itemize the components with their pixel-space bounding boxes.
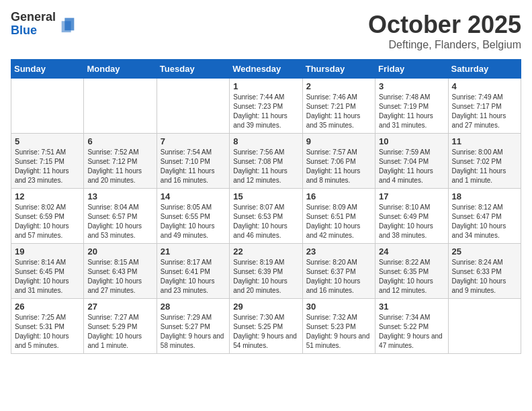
calendar-cell: 12Sunrise: 8:02 AM Sunset: 6:59 PM Dayli… bbox=[11, 189, 84, 244]
calendar-cell: 15Sunrise: 8:07 AM Sunset: 6:53 PM Dayli… bbox=[230, 189, 302, 244]
calendar-cell: 24Sunrise: 8:22 AM Sunset: 6:35 PM Dayli… bbox=[375, 244, 448, 299]
day-number: 8 bbox=[233, 136, 298, 146]
day-info: Sunrise: 7:34 AM Sunset: 5:22 PM Dayligh… bbox=[379, 313, 444, 351]
calendar-cell: 31Sunrise: 7:34 AM Sunset: 5:22 PM Dayli… bbox=[375, 299, 448, 354]
logo-icon bbox=[58, 15, 77, 34]
calendar-week-row: 1Sunrise: 7:44 AM Sunset: 7:23 PM Daylig… bbox=[11, 79, 521, 134]
day-number: 29 bbox=[233, 302, 298, 312]
day-number: 30 bbox=[306, 302, 371, 312]
day-info: Sunrise: 7:49 AM Sunset: 7:17 PM Dayligh… bbox=[452, 93, 517, 130]
location-title: Deftinge, Flanders, Belgium bbox=[368, 39, 521, 51]
day-header-tuesday: Tuesday bbox=[157, 60, 229, 79]
day-info: Sunrise: 7:57 AM Sunset: 7:06 PM Dayligh… bbox=[306, 148, 371, 185]
day-info: Sunrise: 7:48 AM Sunset: 7:19 PM Dayligh… bbox=[379, 93, 444, 130]
day-number: 25 bbox=[452, 246, 517, 257]
logo-text: General Blue bbox=[11, 11, 56, 38]
calendar-cell: 19Sunrise: 8:14 AM Sunset: 6:45 PM Dayli… bbox=[11, 244, 84, 299]
logo-blue: Blue bbox=[11, 24, 56, 38]
page-header: General Blue October 2025 Deftinge, Flan… bbox=[11, 11, 521, 51]
calendar-cell: 6Sunrise: 7:52 AM Sunset: 7:12 PM Daylig… bbox=[84, 134, 157, 189]
day-number: 1 bbox=[233, 81, 298, 91]
day-info: Sunrise: 8:04 AM Sunset: 6:57 PM Dayligh… bbox=[87, 203, 152, 240]
day-info: Sunrise: 7:54 AM Sunset: 7:10 PM Dayligh… bbox=[161, 148, 226, 185]
title-area: October 2025 Deftinge, Flanders, Belgium bbox=[368, 11, 521, 51]
calendar-week-row: 5Sunrise: 7:51 AM Sunset: 7:15 PM Daylig… bbox=[11, 134, 521, 189]
calendar-cell: 29Sunrise: 7:30 AM Sunset: 5:25 PM Dayli… bbox=[230, 299, 302, 354]
calendar-cell: 26Sunrise: 7:25 AM Sunset: 5:31 PM Dayli… bbox=[11, 299, 84, 354]
day-info: Sunrise: 7:27 AM Sunset: 5:29 PM Dayligh… bbox=[87, 313, 152, 351]
day-number: 9 bbox=[306, 136, 371, 146]
calendar-cell: 10Sunrise: 7:59 AM Sunset: 7:04 PM Dayli… bbox=[375, 134, 448, 189]
day-number: 14 bbox=[161, 191, 226, 201]
calendar-cell: 11Sunrise: 8:00 AM Sunset: 7:02 PM Dayli… bbox=[448, 134, 521, 189]
calendar-table: SundayMondayTuesdayWednesdayThursdayFrid… bbox=[11, 59, 521, 354]
calendar-cell: 21Sunrise: 8:17 AM Sunset: 6:41 PM Dayli… bbox=[157, 244, 229, 299]
calendar-cell: 18Sunrise: 8:12 AM Sunset: 6:47 PM Dayli… bbox=[448, 189, 521, 244]
day-header-saturday: Saturday bbox=[448, 60, 521, 79]
calendar-cell: 22Sunrise: 8:19 AM Sunset: 6:39 PM Dayli… bbox=[230, 244, 302, 299]
day-number: 20 bbox=[87, 246, 152, 257]
day-number: 17 bbox=[379, 191, 444, 201]
day-header-friday: Friday bbox=[375, 60, 448, 79]
calendar-cell bbox=[157, 79, 229, 134]
logo: General Blue bbox=[11, 11, 77, 38]
day-info: Sunrise: 8:20 AM Sunset: 6:37 PM Dayligh… bbox=[306, 258, 371, 295]
day-number: 12 bbox=[15, 191, 80, 201]
calendar-cell: 30Sunrise: 7:32 AM Sunset: 5:23 PM Dayli… bbox=[302, 299, 375, 354]
day-number: 7 bbox=[161, 136, 226, 146]
day-header-monday: Monday bbox=[84, 60, 157, 79]
calendar-cell: 1Sunrise: 7:44 AM Sunset: 7:23 PM Daylig… bbox=[230, 79, 302, 134]
month-title: October 2025 bbox=[368, 11, 521, 39]
day-number: 28 bbox=[161, 302, 226, 312]
day-number: 22 bbox=[233, 246, 298, 257]
day-number: 21 bbox=[161, 246, 226, 257]
day-info: Sunrise: 8:10 AM Sunset: 6:49 PM Dayligh… bbox=[379, 203, 444, 240]
calendar-cell: 2Sunrise: 7:46 AM Sunset: 7:21 PM Daylig… bbox=[302, 79, 375, 134]
day-number: 26 bbox=[15, 302, 80, 312]
day-info: Sunrise: 8:09 AM Sunset: 6:51 PM Dayligh… bbox=[306, 203, 371, 240]
day-info: Sunrise: 8:05 AM Sunset: 6:55 PM Dayligh… bbox=[161, 203, 226, 240]
calendar-cell: 28Sunrise: 7:29 AM Sunset: 5:27 PM Dayli… bbox=[157, 299, 229, 354]
calendar-cell bbox=[448, 299, 521, 354]
day-info: Sunrise: 7:59 AM Sunset: 7:04 PM Dayligh… bbox=[379, 148, 444, 185]
day-number: 16 bbox=[306, 191, 371, 201]
day-info: Sunrise: 8:15 AM Sunset: 6:43 PM Dayligh… bbox=[87, 258, 152, 295]
day-info: Sunrise: 7:29 AM Sunset: 5:27 PM Dayligh… bbox=[161, 313, 226, 351]
day-number: 2 bbox=[306, 81, 371, 91]
logo-general: General bbox=[11, 11, 56, 24]
day-info: Sunrise: 8:22 AM Sunset: 6:35 PM Dayligh… bbox=[379, 258, 444, 295]
calendar-week-row: 12Sunrise: 8:02 AM Sunset: 6:59 PM Dayli… bbox=[11, 189, 521, 244]
day-number: 24 bbox=[379, 246, 444, 257]
day-number: 4 bbox=[452, 81, 517, 91]
calendar-cell: 14Sunrise: 8:05 AM Sunset: 6:55 PM Dayli… bbox=[157, 189, 229, 244]
calendar-cell: 25Sunrise: 8:24 AM Sunset: 6:33 PM Dayli… bbox=[448, 244, 521, 299]
calendar-cell: 4Sunrise: 7:49 AM Sunset: 7:17 PM Daylig… bbox=[448, 79, 521, 134]
day-number: 23 bbox=[306, 246, 371, 257]
calendar-cell: 27Sunrise: 7:27 AM Sunset: 5:29 PM Dayli… bbox=[84, 299, 157, 354]
day-header-sunday: Sunday bbox=[11, 60, 84, 79]
day-number: 6 bbox=[87, 136, 152, 146]
day-info: Sunrise: 8:24 AM Sunset: 6:33 PM Dayligh… bbox=[452, 258, 517, 295]
svg-marker-1 bbox=[62, 21, 71, 32]
calendar-week-row: 26Sunrise: 7:25 AM Sunset: 5:31 PM Dayli… bbox=[11, 299, 521, 354]
calendar-cell: 20Sunrise: 8:15 AM Sunset: 6:43 PM Dayli… bbox=[84, 244, 157, 299]
day-number: 5 bbox=[15, 136, 80, 146]
calendar-cell: 13Sunrise: 8:04 AM Sunset: 6:57 PM Dayli… bbox=[84, 189, 157, 244]
day-info: Sunrise: 8:07 AM Sunset: 6:53 PM Dayligh… bbox=[233, 203, 298, 240]
day-info: Sunrise: 7:25 AM Sunset: 5:31 PM Dayligh… bbox=[15, 313, 80, 351]
day-header-wednesday: Wednesday bbox=[230, 60, 302, 79]
day-info: Sunrise: 8:14 AM Sunset: 6:45 PM Dayligh… bbox=[15, 258, 80, 295]
calendar-cell bbox=[84, 79, 157, 134]
calendar-cell: 8Sunrise: 7:56 AM Sunset: 7:08 PM Daylig… bbox=[230, 134, 302, 189]
day-number: 31 bbox=[379, 302, 444, 312]
day-header-thursday: Thursday bbox=[302, 60, 375, 79]
calendar-cell: 9Sunrise: 7:57 AM Sunset: 7:06 PM Daylig… bbox=[302, 134, 375, 189]
day-info: Sunrise: 7:51 AM Sunset: 7:15 PM Dayligh… bbox=[15, 148, 80, 185]
day-info: Sunrise: 8:19 AM Sunset: 6:39 PM Dayligh… bbox=[233, 258, 298, 295]
calendar-week-row: 19Sunrise: 8:14 AM Sunset: 6:45 PM Dayli… bbox=[11, 244, 521, 299]
day-number: 27 bbox=[87, 302, 152, 312]
day-number: 3 bbox=[379, 81, 444, 91]
day-info: Sunrise: 8:17 AM Sunset: 6:41 PM Dayligh… bbox=[161, 258, 226, 295]
calendar-cell bbox=[11, 79, 84, 134]
day-number: 19 bbox=[15, 246, 80, 257]
